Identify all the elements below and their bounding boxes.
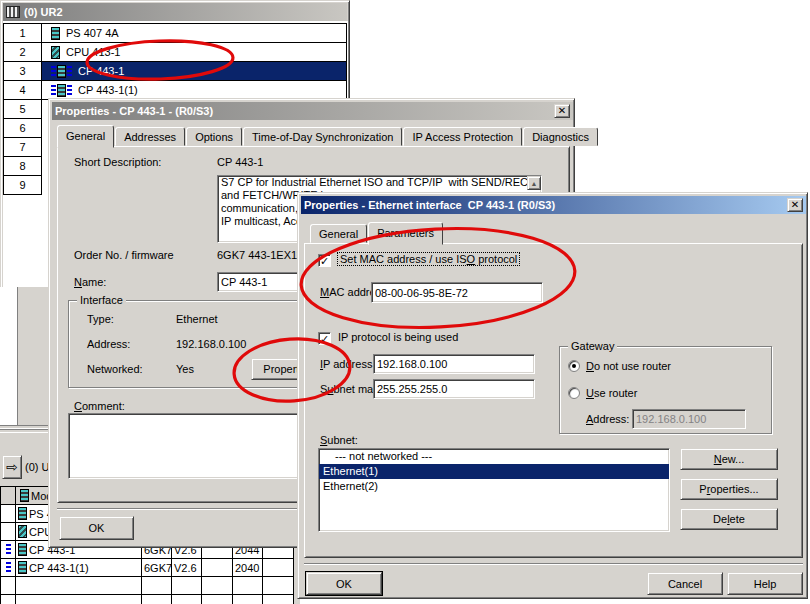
scroll-up-button[interactable]: ▲ — [527, 176, 541, 190]
tab-general[interactable]: General — [310, 224, 367, 243]
rack-slot-row[interactable]: 2 CPU 413-1 — [3, 43, 347, 62]
short-description-value: CP 443-1 — [217, 156, 263, 168]
tab-addresses[interactable]: Addresses — [115, 127, 185, 146]
close-icon[interactable]: ✕ — [554, 104, 570, 118]
interface-group-legend: Interface — [77, 294, 126, 306]
mpi-cell — [202, 559, 233, 576]
station-arrow-button[interactable]: ⇨ — [2, 455, 22, 479]
rack-slot-row[interactable]: 1 PS 407 4A — [3, 24, 347, 43]
rack-window-titlebar[interactable]: (0) UR2 — [3, 3, 347, 21]
ip-address-input[interactable] — [373, 354, 535, 374]
cp-module-icon — [51, 84, 72, 97]
slot-number: 7 — [4, 138, 42, 157]
module-name: CP 443-1(1) — [29, 562, 89, 574]
cpu-module-icon — [18, 525, 27, 538]
ps-module-icon — [51, 27, 60, 40]
cp-ok-button[interactable]: OK — [59, 516, 134, 540]
short-description-label: Short Description: — [74, 156, 161, 168]
gateway-groupbox: Gateway Do not use router Use router Add… — [559, 346, 772, 434]
slot-number: 1 — [4, 24, 42, 43]
gateway-address-input — [632, 409, 746, 429]
subnet-list-item-selected[interactable]: Ethernet(1) — [319, 464, 669, 479]
name-label: Name: — [74, 276, 106, 288]
iaddr-cell: 2040 — [233, 559, 263, 576]
tab-general[interactable]: General — [57, 125, 114, 148]
subnet-list-item[interactable]: Ethernet(2) — [319, 479, 669, 494]
ps-module-icon — [18, 507, 27, 520]
scroll-up-icon: ▲ — [531, 180, 538, 187]
module-table-row[interactable]: CP 443-1(1) 6GK7 V2.6 2040 — [0, 559, 294, 577]
module-label: CP 443-1 — [78, 65, 124, 77]
rack-slot-row-selected[interactable]: 3 CP 443-1 — [3, 62, 347, 81]
rack-window-title: (0) UR2 — [24, 6, 63, 18]
interface-networked-label: Networked: — [87, 363, 143, 375]
mac-address-input[interactable] — [371, 282, 543, 303]
use-router-label[interactable]: Use router — [586, 387, 637, 399]
new-subnet-button[interactable]: New... — [680, 448, 778, 470]
tab-parameters[interactable]: Parameters — [368, 222, 443, 245]
eth-parameters-tabpage: ✓ Set MAC address / use ISO protocol MAC… — [304, 243, 803, 558]
delete-subnet-button[interactable]: Delete — [680, 508, 778, 530]
order-number-label: Order No. / firmware — [74, 249, 174, 261]
subnet-properties-button[interactable]: Properties... — [680, 478, 778, 500]
description-line: S7 CP for Industrial Ethernet ISO and TC… — [218, 176, 541, 189]
ethernet-properties-dialog: Properties - Ethernet interface CP 443-1… — [297, 192, 808, 599]
cp-dialog-tabs: General Addresses Options Time-of-Day Sy… — [57, 125, 599, 146]
slot-number: 3 — [4, 62, 42, 81]
slot-number: 4 — [4, 81, 42, 100]
interface-address-label: Address: — [87, 338, 130, 350]
module-table-row[interactable] — [0, 595, 294, 604]
cp-connector-icon — [6, 562, 11, 573]
mac-checkbox-label[interactable]: Set MAC address / use ISO protocol — [338, 253, 519, 265]
ip-protocol-checkbox-label[interactable]: IP protocol is being used — [338, 331, 458, 343]
slot-number: 2 — [4, 43, 42, 62]
module-label: CPU 413-1 — [66, 46, 120, 58]
tab-diagnostics[interactable]: Diagnostics — [523, 127, 598, 146]
eth-dialog-separator — [304, 563, 803, 565]
cp-module-icon — [18, 561, 27, 574]
eth-dialog-titlebar[interactable]: Properties - Ethernet interface CP 443-1… — [301, 196, 806, 214]
firmware-cell: V2.6 — [172, 559, 202, 576]
cpu-module-icon — [51, 46, 60, 59]
slot-number: 5 — [4, 100, 42, 119]
tab-options[interactable]: Options — [186, 127, 242, 146]
eth-dialog-tabs: General Parameters — [310, 222, 444, 243]
do-not-use-router-label[interactable]: Do not use router — [586, 360, 671, 372]
slot-number: 8 — [4, 157, 42, 176]
cp-module-icon — [18, 543, 27, 556]
qaddr-cell — [263, 559, 294, 576]
subnet-label: Subnet: — [320, 434, 358, 446]
order-cell: 6GK7 — [142, 559, 172, 576]
subnet-list-item[interactable]: --- not networked --- — [319, 449, 669, 464]
interface-type-label: Type: — [87, 313, 114, 325]
use-router-radio[interactable] — [568, 387, 580, 399]
subnet-mask-input[interactable] — [373, 379, 535, 399]
ip-address-label: IP address: — [320, 358, 375, 370]
ip-protocol-checkbox[interactable]: ✓ — [318, 332, 331, 345]
module-label: PS 407 4A — [66, 27, 119, 39]
mac-checkbox[interactable]: ✓ — [318, 254, 331, 267]
gateway-group-legend: Gateway — [568, 340, 617, 352]
tab-time-of-day-synchronization[interactable]: Time-of-Day Synchronization — [243, 127, 402, 146]
interface-address-value: 192.168.0.100 — [176, 338, 246, 350]
eth-help-button[interactable]: Help — [727, 572, 803, 595]
eth-cancel-button[interactable]: Cancel — [647, 572, 723, 595]
cp-dialog-title: Properties - CP 443-1 - (R0/S3) — [55, 105, 213, 117]
interface-networked-value: Yes — [176, 363, 194, 375]
close-icon[interactable]: ✕ — [787, 198, 803, 212]
module-header-icon — [20, 489, 29, 502]
tab-ip-access-protection[interactable]: IP Access Protection — [403, 127, 522, 146]
cp-module-icon — [51, 65, 72, 78]
module-label: CP 443-1(1) — [78, 84, 138, 96]
interface-type-value: Ethernet — [176, 313, 218, 325]
do-not-use-router-radio[interactable] — [568, 360, 580, 372]
cp-dialog-titlebar[interactable]: Properties - CP 443-1 - (R0/S3) ✕ — [52, 102, 573, 120]
right-arrow-icon: ⇨ — [6, 460, 18, 474]
station-window-left-edge — [0, 287, 18, 425]
subnet-listbox[interactable]: --- not networked --- Ethernet(1) Ethern… — [318, 448, 670, 532]
slot-number: 9 — [4, 176, 42, 195]
module-table-row[interactable] — [0, 577, 294, 595]
gateway-address-label: Address: — [586, 413, 629, 425]
eth-ok-button[interactable]: OK — [306, 572, 382, 595]
cp-connector-icon — [6, 544, 11, 555]
